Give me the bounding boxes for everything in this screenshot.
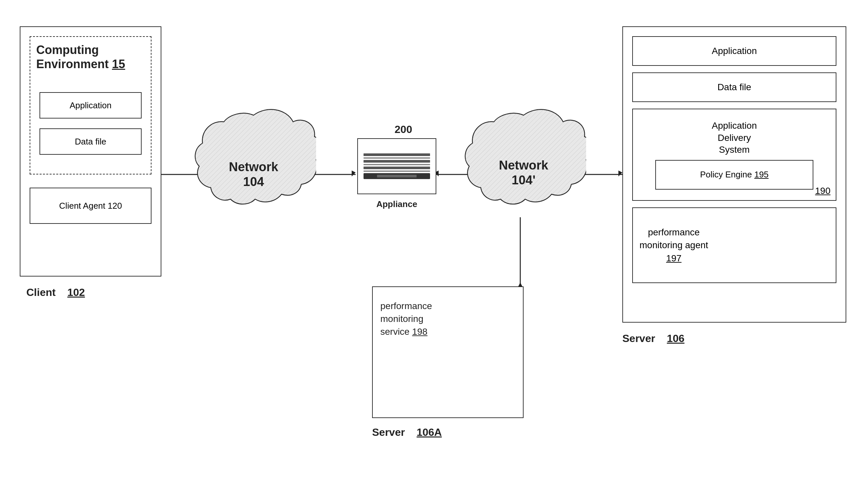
svg-text:Network: Network (499, 158, 549, 172)
appliance-number-label: 200 (364, 124, 443, 136)
svg-marker-9 (618, 171, 622, 177)
server-application-label: Application (712, 46, 757, 56)
server-106-label: Server 106 (622, 332, 685, 345)
svg-text:104': 104' (512, 173, 536, 187)
appliance-label: Appliance (357, 199, 436, 209)
svg-text:Network: Network (229, 160, 278, 174)
svg-marker-5 (352, 171, 356, 177)
server-106a-label: Server 106A (372, 426, 442, 438)
pma-label: performancemonitoring agent197 (639, 226, 708, 265)
ads-ref-label: 190 (815, 185, 830, 197)
client-application-label: Application (70, 100, 111, 110)
client-datafile-label: Data file (75, 137, 106, 147)
policy-engine-box: Policy Engine 195 (655, 160, 813, 190)
pma-box: performancemonitoring agent197 (632, 207, 836, 283)
policy-engine-label: Policy Engine 195 (700, 169, 769, 180)
ads-outer-box: ApplicationDeliverySystem Policy Engine … (632, 109, 836, 201)
ads-label: ApplicationDeliverySystem (712, 120, 757, 156)
appliance-device (357, 138, 436, 194)
network-right-cloud: Network 104' (461, 99, 586, 224)
client-agent-box: Client Agent 120 (30, 188, 151, 224)
svg-text:104: 104 (243, 175, 264, 189)
client-label: Client 102 (27, 286, 85, 299)
computing-environment-label: ComputingEnvironment 15 (36, 43, 125, 71)
svg-marker-13 (518, 283, 522, 286)
client-datafile-box: Data file (40, 128, 141, 155)
client-application-box: Application (40, 92, 141, 118)
pms-label: performancemonitoringservice 198 (380, 300, 432, 338)
client-agent-label: Client Agent 120 (59, 201, 122, 211)
server-application-box: Application (632, 36, 836, 66)
server-datafile-box: Data file (632, 72, 836, 102)
network-left-cloud: Network 104 (191, 99, 316, 224)
server-datafile-label: Data file (718, 82, 751, 93)
